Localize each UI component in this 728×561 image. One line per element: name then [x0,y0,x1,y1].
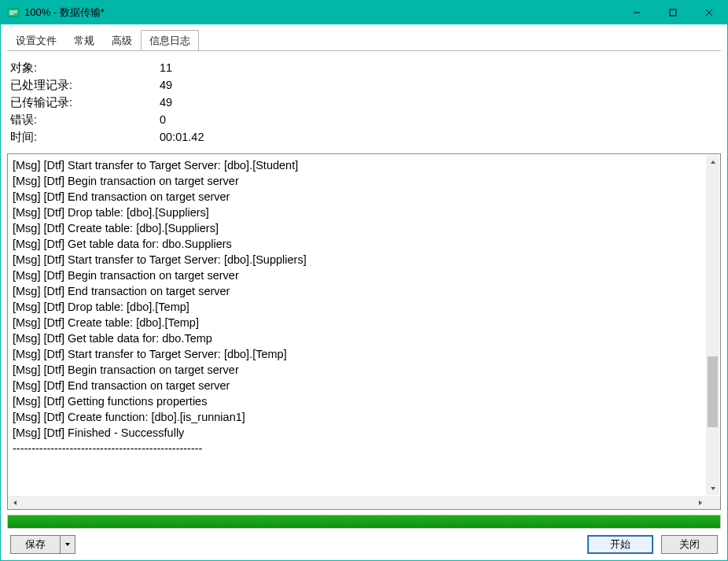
tab-3[interactable]: 信息日志 [141,30,199,51]
app-window: 100% - 数据传输* 设置文件常规高级信息日志 对象: 11 已处理记录: … [0,0,728,561]
summary-panel: 对象: 11 已处理记录: 49 已传输记录: 49 错误: 0 时间: 00:… [7,51,721,152]
log-line: [Msg] [Dtf] Start transfer to Target Ser… [13,157,715,173]
summary-value-time: 00:01.42 [160,128,204,146]
summary-row-transferred: 已传输记录: 49 [10,94,718,111]
save-button[interactable]: 保存 [11,536,61,553]
log-line: [Msg] [Dtf] Finished - Successfully [13,425,715,441]
log-line: [Msg] [Dtf] End transaction on target se… [13,378,715,393]
log-line: [Msg] [Dtf] Start transfer to Target Ser… [13,252,715,268]
summary-label-processed: 已处理记录: [10,76,160,94]
app-icon [7,6,20,19]
log-line: [Msg] [Dtf] Begin transaction on target … [13,173,715,189]
close-button[interactable]: 关闭 [661,535,718,554]
svg-rect-1 [670,9,676,16]
log-box: [Msg] [Dtf] Start transfer to Target Ser… [7,153,721,510]
footer-bar: 保存 开始 关闭 [7,529,721,555]
progress-bar [7,515,721,529]
tab-2[interactable]: 高级 [103,30,141,51]
log-line: [Msg] [Dtf] Get table data for: dbo.Supp… [13,236,715,252]
tab-1[interactable]: 常规 [65,30,103,51]
save-dropdown-toggle[interactable] [61,536,75,553]
log-line: [Msg] [Dtf] Getting functions properties [13,393,715,409]
log-line: [Msg] [Dtf] Get table data for: dbo.Temp [13,330,715,346]
tab-0[interactable]: 设置文件 [7,30,65,51]
scroll-thumb[interactable] [708,356,718,427]
log-line: ----------------------------------------… [13,441,715,456]
window-title: 100% - 数据传输* [24,6,105,20]
summary-value-transferred: 49 [160,94,172,111]
progress-fill [8,515,720,528]
log-line: [Msg] [Dtf] Start transfer to Target Ser… [13,346,715,362]
tab-bar: 设置文件常规高级信息日志 [7,31,721,51]
summary-row-processed: 已处理记录: 49 [10,76,718,94]
summary-row-objects: 对象: 11 [10,59,718,76]
scroll-up-arrow-icon[interactable] [706,155,719,168]
summary-value-errors: 0 [160,111,166,128]
scroll-down-arrow-icon[interactable] [706,482,719,495]
log-content[interactable]: [Msg] [Dtf] Start transfer to Target Ser… [8,154,720,496]
close-window-button[interactable] [691,1,727,24]
log-line: [Msg] [Dtf] Drop table: [dbo].[Temp] [13,299,715,315]
summary-value-objects: 11 [160,59,172,76]
summary-label-errors: 错误: [10,111,160,128]
log-line: [Msg] [Dtf] Begin transaction on target … [13,268,715,283]
summary-row-time: 时间: 00:01.42 [10,128,718,146]
scroll-track-h[interactable] [21,496,693,509]
scroll-track[interactable] [706,168,719,482]
titlebar[interactable]: 100% - 数据传输* [1,1,727,24]
scroll-left-arrow-icon[interactable] [8,496,21,509]
minimize-button[interactable] [619,1,655,24]
log-line: [Msg] [Dtf] End transaction on target se… [13,283,715,299]
log-line: [Msg] [Dtf] Drop table: [dbo].[Suppliers… [13,205,715,220]
vertical-scrollbar[interactable] [706,155,719,495]
summary-label-objects: 对象: [10,59,160,76]
summary-label-transferred: 已传输记录: [10,94,160,111]
summary-value-processed: 49 [160,76,172,94]
log-line: [Msg] [Dtf] Create table: [dbo].[Temp] [13,315,715,330]
summary-row-errors: 错误: 0 [10,111,718,128]
maximize-button[interactable] [655,1,691,24]
summary-label-time: 时间: [10,128,160,146]
log-line: [Msg] [Dtf] Begin transaction on target … [13,362,715,378]
window-body: 设置文件常规高级信息日志 对象: 11 已处理记录: 49 已传输记录: 49 … [1,24,727,560]
chevron-down-icon [64,541,71,548]
scroll-right-arrow-icon[interactable] [693,496,707,509]
log-line: [Msg] [Dtf] Create table: [dbo].[Supplie… [13,220,715,236]
horizontal-scrollbar[interactable] [8,496,720,509]
save-split-button[interactable]: 保存 [10,535,75,554]
log-line: [Msg] [Dtf] End transaction on target se… [13,189,715,205]
scroll-corner [707,496,720,509]
log-line: [Msg] [Dtf] Create function: [dbo].[is_r… [13,409,715,425]
start-button[interactable]: 开始 [587,535,653,554]
